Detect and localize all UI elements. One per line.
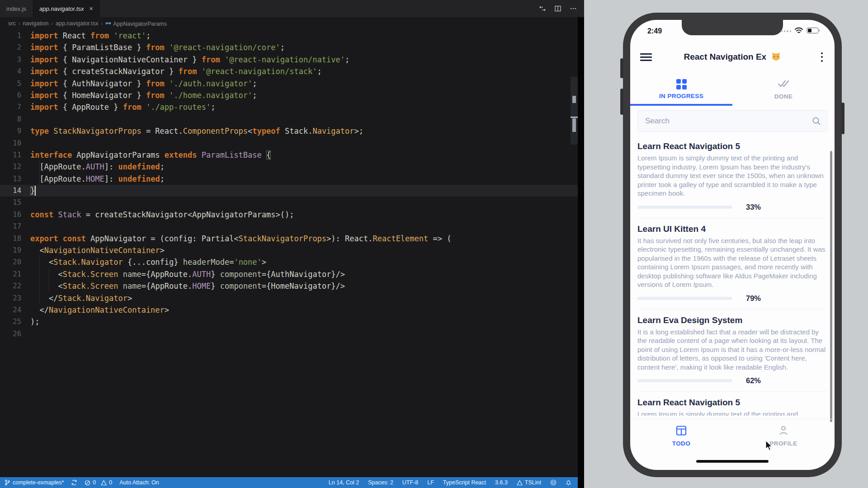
todo-description: It has survived not only five centuries,… — [637, 236, 827, 289]
todo-item[interactable]: Learn React Navigation 5 Lorem Ipsum is … — [637, 392, 827, 416]
chevron-right-icon: › — [51, 21, 53, 26]
line-number: 4 — [0, 66, 21, 77]
code-line-22: 22 <Stack.Screen name={AppRoute.HOME} co… — [0, 280, 578, 292]
tab-app-navigator-tsx[interactable]: app.navigator.tsx × — [33, 0, 100, 17]
code-line-10: 10 — [0, 137, 578, 149]
vscode-window: index.js app.navigator.tsx × — [0, 0, 584, 488]
line-number: 23 — [0, 292, 21, 304]
todo-progress: 62% — [637, 376, 827, 385]
tab-profile[interactable]: PROFILE — [732, 419, 835, 452]
line-number: 21 — [0, 268, 21, 280]
breadcrumb-file[interactable]: app.navigator.tsx — [56, 20, 99, 27]
todo-title: Learn React Navigation 5 — [637, 141, 827, 151]
progress-track — [637, 379, 732, 382]
line-number: 3 — [0, 54, 21, 66]
code-line-4: 4import { createStackNavigator } from '@… — [0, 66, 578, 77]
problems-item[interactable]: 0 0 — [85, 479, 112, 486]
todo-title: Learn UI Kitten 4 — [637, 224, 827, 234]
desktop-background: 2:49 — [584, 0, 868, 488]
top-tab-bar: IN PROGRESS DONE — [630, 72, 835, 106]
tab-todo[interactable]: TODO — [630, 419, 732, 452]
code-line-25: 25); — [0, 316, 578, 328]
todo-description: Lorem Ipsum is simply dummy text of the … — [637, 410, 827, 416]
bottom-tab-bar: TODO PROFILE — [630, 419, 835, 452]
todo-progress: 33% — [637, 203, 827, 211]
line-number: 17 — [0, 221, 21, 232]
todo-item[interactable]: Learn Eva Design System It is a long est… — [637, 310, 827, 392]
done-all-icon — [777, 79, 790, 90]
todo-item[interactable]: Learn React Navigation 5 Lorem Ipsum is … — [637, 136, 827, 218]
chevron-right-icon: › — [101, 21, 103, 26]
todo-list[interactable]: Learn React Navigation 5 Lorem Ipsum is … — [637, 136, 827, 416]
tab-label: app.navigator.tsx — [39, 5, 84, 12]
layout-icon — [675, 425, 687, 438]
clock: 2:49 — [647, 27, 662, 35]
ts-version-item[interactable]: 3.6.3 — [495, 479, 508, 486]
code-line-21: 21 <Stack.Screen name={AppRoute.AUTH} co… — [0, 268, 578, 280]
line-number: 9 — [0, 125, 21, 137]
code-line-5: 5import { AuthNavigator } from './auth.n… — [0, 78, 578, 89]
tab-in-progress[interactable]: IN PROGRESS — [630, 72, 732, 106]
breadcrumb-navigation[interactable]: navigation — [23, 20, 48, 27]
phone-device-frame: 2:49 — [623, 13, 842, 477]
sync-item[interactable] — [71, 479, 77, 486]
feedback-smiley-icon[interactable] — [550, 479, 557, 486]
line-number: 15 — [0, 197, 21, 208]
code-editor[interactable]: 1import React from 'react';2import { Par… — [0, 30, 578, 477]
window-edge — [578, 17, 584, 488]
encoding-item[interactable]: UTF-8 — [402, 479, 418, 486]
git-branch-item[interactable]: complete-exmaples* — [5, 479, 64, 486]
code-line-19: 19 <NavigationNativeContainer> — [0, 244, 578, 256]
more-actions-icon[interactable] — [570, 5, 577, 12]
auto-attach-item[interactable]: Auto Attach: On — [119, 479, 159, 486]
power-button[interactable] — [841, 103, 844, 134]
code-line-8: 8 — [0, 113, 578, 125]
editor-scrollbar[interactable] — [571, 77, 578, 145]
grid-icon — [676, 79, 687, 89]
line-number: 19 — [0, 244, 21, 256]
code-line-15: 15 — [0, 197, 578, 208]
line-number: 7 — [0, 101, 21, 113]
eol-item[interactable]: LF — [427, 479, 434, 486]
language-mode-item[interactable]: TypeScript React — [443, 479, 486, 486]
code-line-20: 20 <Stack.Navigator {...config} headerMo… — [0, 256, 578, 268]
line-number: 20 — [0, 256, 21, 268]
breadcrumb-src[interactable]: src — [8, 20, 16, 27]
cursor-position-item[interactable]: Ln 14, Col 2 — [329, 479, 359, 486]
person-icon — [778, 425, 789, 438]
line-number: 25 — [0, 316, 21, 328]
search-bar[interactable] — [637, 110, 827, 132]
compare-changes-icon[interactable] — [539, 5, 546, 12]
notifications-bell-icon[interactable] — [566, 479, 571, 486]
search-icon[interactable] — [811, 116, 821, 126]
indentation-item[interactable]: Spaces: 2 — [368, 479, 393, 486]
close-icon[interactable]: × — [90, 5, 93, 12]
tab-done[interactable]: DONE — [732, 72, 835, 106]
warning-triangle-icon — [517, 480, 523, 486]
line-number: 13 — [0, 173, 21, 185]
split-editor-icon[interactable] — [554, 5, 561, 12]
code-line-13: 13 [AppRoute.HOME]: undefined; — [0, 173, 578, 185]
progress-track — [637, 297, 732, 300]
cat-emoji-icon — [771, 52, 781, 61]
code-line-24: 24 </NavigationNativeContainer> — [0, 304, 578, 316]
active-tab-indicator — [630, 104, 732, 106]
volume-up-button[interactable] — [620, 58, 623, 78]
search-input[interactable] — [644, 116, 811, 126]
volume-down-button[interactable] — [620, 89, 623, 115]
code-line-1: 1import React from 'react'; — [0, 30, 578, 42]
line-number: 16 — [0, 209, 21, 221]
line-number: 5 — [0, 78, 21, 89]
branch-icon — [5, 479, 10, 486]
code-line-14: 14} — [0, 185, 578, 197]
todo-item[interactable]: Learn UI Kitten 4 It has survived not on… — [637, 218, 827, 310]
tab-index-js[interactable]: index.js — [0, 0, 33, 17]
line-number: 12 — [0, 161, 21, 173]
line-number: 14 — [0, 185, 21, 197]
breadcrumb-symbol[interactable]: AppNavigatorParams — [105, 20, 167, 27]
code-line-6: 6import { HomeNavigator } from './home.n… — [0, 89, 578, 101]
editor-actions — [532, 0, 584, 17]
tslint-item[interactable]: TSLint — [517, 479, 541, 486]
list-scrollbar[interactable] — [830, 151, 832, 422]
home-indicator[interactable] — [696, 460, 769, 463]
